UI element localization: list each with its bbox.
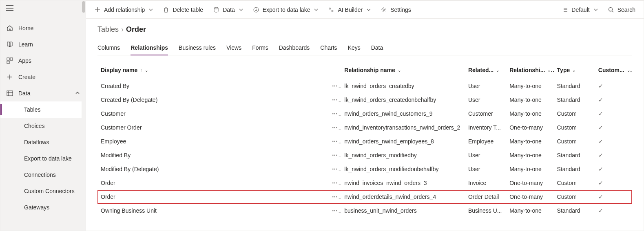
cell-related-table: User <box>465 93 506 107</box>
tab-charts[interactable]: Charts <box>320 42 337 55</box>
cell-relationship-type: Many-to-one <box>506 93 553 107</box>
tab-strip: Columns Relationships Business rules Vie… <box>97 42 632 55</box>
svg-point-13 <box>214 7 218 9</box>
sidebar-item-create[interactable]: Create <box>0 69 86 85</box>
cell-actions: ⋯ <box>329 121 341 134</box>
data-button[interactable]: Data <box>209 4 247 15</box>
cell-related-table: Business U... <box>465 204 506 218</box>
cell-display-name[interactable]: Employee <box>97 134 329 148</box>
cell-text: lk_nwind_orders_modifiedby <box>344 152 416 158</box>
cell-display-name[interactable]: Order <box>97 176 329 190</box>
header-relationship-type[interactable]: Relationshi... ⌄ <box>506 63 553 79</box>
sidebar-item-learn[interactable]: Learn <box>0 36 86 53</box>
table-row[interactable]: Order ⋯ nwind_invoices_nwind_orders_3 In… <box>97 176 632 190</box>
search-button[interactable]: Search <box>604 4 640 15</box>
cell-relationship-type: Many-to-one <box>506 134 553 148</box>
more-actions-icon[interactable]: ⋯ <box>332 180 341 186</box>
sidebar-item-connections[interactable]: Connections <box>0 167 86 183</box>
sidebar-item-custom-connectors[interactable]: Custom Connectors <box>0 183 86 199</box>
header-customizable[interactable]: Custom... ⌄ <box>595 63 632 79</box>
cell-relationship-type: One-to-many <box>506 190 553 204</box>
cell-actions: ⋯ <box>329 148 341 162</box>
tab-relationships[interactable]: Relationships <box>131 42 168 55</box>
cell-display-name[interactable]: Customer <box>97 107 329 121</box>
cell-related-table: Invoice <box>465 176 506 190</box>
cell-related-table: Employee <box>465 134 506 148</box>
more-actions-icon[interactable]: ⋯ <box>332 124 341 131</box>
table-row[interactable]: Created By ⋯ lk_nwind_orders_createdby U… <box>97 79 632 93</box>
cell-text: Many-to-one <box>509 83 542 89</box>
hamburger-button[interactable] <box>0 0 86 16</box>
header-related-table[interactable]: Related... ⌄ <box>465 63 506 79</box>
table-row[interactable]: Owning Business Unit ⋯ business_unit_nwi… <box>97 204 632 218</box>
cell-display-name[interactable]: Order <box>97 190 329 204</box>
sidebar-item-data[interactable]: Data <box>0 85 86 101</box>
tab-forms[interactable]: Forms <box>252 42 268 55</box>
data-icon <box>6 90 13 97</box>
sidebar-item-dataflows[interactable]: Dataflows <box>0 134 86 150</box>
cell-type: Custom <box>554 176 595 190</box>
cell-relationship-name: nwind_orders_nwind_employees_8 <box>341 134 465 148</box>
chevron-down-icon <box>239 7 243 13</box>
cell-text: Customer Order <box>101 124 142 131</box>
table-row[interactable]: Order ⋯ nwind_orderdetails_nwind_orders_… <box>97 190 632 204</box>
header-relationship-name[interactable]: Relationship name ⌄ <box>341 63 465 79</box>
tab-keys[interactable]: Keys <box>348 42 361 55</box>
cell-relationship-type: One-to-many <box>506 176 553 190</box>
breadcrumb-root[interactable]: Tables <box>97 25 119 34</box>
cell-relationship-name: nwind_invoices_nwind_orders_3 <box>341 176 465 190</box>
ai-builder-button[interactable]: AI Builder <box>324 4 375 15</box>
table-row[interactable]: Employee ⋯ nwind_orders_nwind_employees_… <box>97 134 632 148</box>
more-actions-icon[interactable]: ⋯ <box>332 110 341 117</box>
relationships-table: Display name ↑ ⌄ Relationship name ⌄ <box>97 63 632 218</box>
tab-dashboards[interactable]: Dashboards <box>279 42 310 55</box>
settings-button[interactable]: Settings <box>376 4 415 15</box>
add-relationship-button[interactable]: Add relationship <box>90 4 157 15</box>
cell-display-name[interactable]: Modified By (Delegate) <box>97 162 329 176</box>
tab-columns[interactable]: Columns <box>97 42 120 55</box>
more-actions-icon[interactable]: ⋯ <box>332 138 341 145</box>
more-actions-icon[interactable]: ⋯ <box>332 83 341 89</box>
cell-text: Order <box>101 194 115 200</box>
cell-relationship-name: lk_nwind_orders_modifiedonbehalfby <box>341 162 465 176</box>
cell-display-name[interactable]: Created By <box>97 79 329 93</box>
more-actions-icon[interactable]: ⋯ <box>332 166 341 172</box>
table-row[interactable]: Created By (Delegate) ⋯ lk_nwind_orders_… <box>97 93 632 107</box>
table-row[interactable]: Modified By (Delegate) ⋯ lk_nwind_orders… <box>97 162 632 176</box>
tab-views[interactable]: Views <box>226 42 241 55</box>
sidebar-item-gateways[interactable]: Gateways <box>0 199 86 216</box>
tab-data[interactable]: Data <box>371 42 383 55</box>
sidebar-scrollbar[interactable] <box>82 0 86 231</box>
sidebar-item-apps[interactable]: Apps <box>0 53 86 69</box>
more-actions-icon[interactable]: ⋯ <box>332 207 341 214</box>
scrollbar-thumb[interactable] <box>82 1 85 13</box>
table-row[interactable]: Modified By ⋯ lk_nwind_orders_modifiedby… <box>97 148 632 162</box>
cell-text: Standard <box>557 166 580 172</box>
sidebar-item-choices[interactable]: Choices <box>0 118 86 134</box>
header-display-name[interactable]: Display name ↑ ⌄ <box>97 63 329 79</box>
delete-table-button[interactable]: Delete table <box>159 4 207 15</box>
sidebar-item-tables[interactable]: Tables <box>0 101 86 118</box>
cell-display-name[interactable]: Owning Business Unit <box>97 204 329 218</box>
cell-display-name[interactable]: Customer Order <box>97 121 329 134</box>
sidebar-item-home[interactable]: Home <box>0 20 86 36</box>
view-selector-button[interactable]: Default <box>558 4 602 15</box>
more-actions-icon[interactable]: ⋯ <box>332 97 341 103</box>
cell-text: lk_nwind_orders_createdby <box>344 83 414 89</box>
chevron-down-icon <box>594 7 598 13</box>
cell-text: Many-to-one <box>509 97 542 103</box>
cell-text: nwind_orders_nwind_customers_9 <box>344 110 432 117</box>
sidebar-item-label: Data <box>18 90 31 97</box>
cell-display-name[interactable]: Created By (Delegate) <box>97 93 329 107</box>
table-row[interactable]: Customer ⋯ nwind_orders_nwind_customers_… <box>97 107 632 121</box>
cell-display-name[interactable]: Modified By <box>97 148 329 162</box>
tab-business-rules[interactable]: Business rules <box>179 42 216 55</box>
cell-actions: ⋯ <box>329 79 341 93</box>
more-actions-icon[interactable]: ⋯ <box>332 194 341 200</box>
sidebar-item-export-data-lake[interactable]: Export to data lake <box>0 150 86 167</box>
table-row[interactable]: Customer Order ⋯ nwind_inventorytransact… <box>97 121 632 134</box>
cell-actions: ⋯ <box>329 162 341 176</box>
more-actions-icon[interactable]: ⋯ <box>332 152 341 158</box>
export-data-lake-button[interactable]: Export to data lake <box>249 4 323 15</box>
header-type[interactable]: Type ⌄ <box>554 63 595 79</box>
